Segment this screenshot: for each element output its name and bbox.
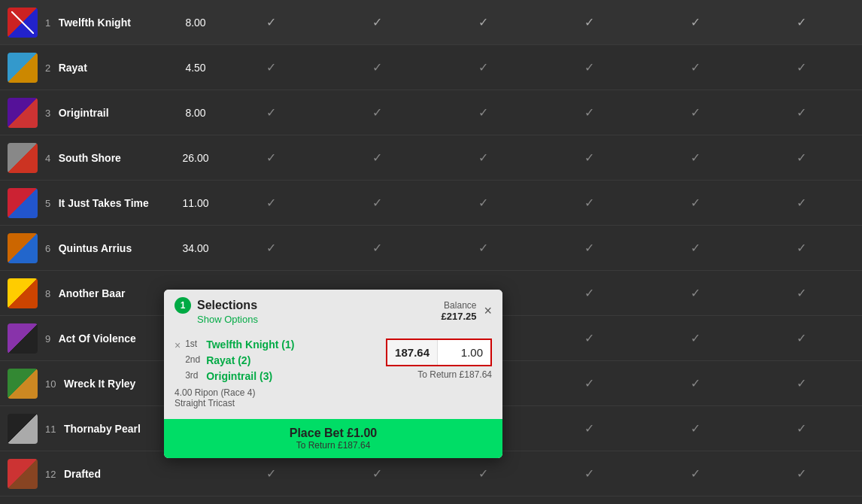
svg-line-0 <box>11 11 34 34</box>
horse-name: Origintrail <box>59 107 109 119</box>
check-cell[interactable]: ✓ <box>536 15 642 29</box>
check-cell[interactable]: ✓ <box>642 466 748 481</box>
horse-info: 4 South Shore <box>8 143 173 173</box>
check-cell[interactable]: ✓ <box>642 150 748 165</box>
check-cell[interactable]: ✓ <box>642 241 748 255</box>
check-cell[interactable]: ✓ <box>324 241 430 255</box>
check-cell[interactable]: ✓ <box>430 60 536 74</box>
check-cell[interactable]: ✓ <box>748 60 854 74</box>
horse-silks <box>8 459 38 489</box>
odds: 26.00 <box>173 152 218 164</box>
place-bet-button[interactable]: Place Bet £1.00 To Return £187.64 <box>164 419 502 458</box>
check-cell[interactable]: ✓ <box>748 466 854 481</box>
check-cell[interactable]: ✓ <box>430 196 536 210</box>
close-button[interactable]: × <box>484 303 492 319</box>
table-row[interactable]: 1 Twelfth Knight 8.00 ✓ ✓ ✓ ✓ ✓ ✓ <box>0 0 862 45</box>
selection-position: 1st <box>185 339 206 349</box>
check-cell[interactable]: ✓ <box>324 15 430 29</box>
check-cell[interactable]: ✓ <box>642 286 748 300</box>
check-cell[interactable]: ✓ <box>536 331 642 345</box>
selection-position: 3rd <box>185 370 206 381</box>
to-return-text: To Return £187.64 <box>417 369 492 380</box>
horse-info: 11 Thornaby Pearl <box>8 414 173 444</box>
check-cell[interactable]: ✓ <box>536 60 642 74</box>
check-cell[interactable]: ✓ <box>748 331 854 345</box>
odds: 34.00 <box>173 242 218 254</box>
horse-number: 11 <box>45 424 56 435</box>
betslip-header: 1 Selections Show Options Balance £217.2… <box>164 290 502 329</box>
check-cell[interactable]: ✓ <box>430 105 536 120</box>
check-cell[interactable]: ✓ <box>642 15 748 29</box>
odds: 8.00 <box>173 17 218 29</box>
check-cell[interactable]: ✓ <box>748 15 854 29</box>
check-cell[interactable]: ✓ <box>218 196 324 210</box>
horse-name: Drafted <box>64 468 101 480</box>
horse-silks <box>8 369 38 399</box>
check-cell[interactable]: ✓ <box>748 376 854 390</box>
check-cell[interactable]: ✓ <box>324 60 430 74</box>
check-cell[interactable]: ✓ <box>218 466 324 481</box>
check-cell[interactable]: ✓ <box>748 150 854 165</box>
check-cell[interactable]: ✓ <box>642 421 748 436</box>
check-cell[interactable]: ✓ <box>536 241 642 255</box>
bet-value-display: 187.64 <box>387 340 438 365</box>
stake-input-container: 187.64 <box>386 339 492 366</box>
horse-number: 6 <box>45 243 50 254</box>
stake-input[interactable] <box>438 340 490 365</box>
check-cell[interactable]: ✓ <box>430 466 536 481</box>
check-cell[interactable]: ✓ <box>748 241 854 255</box>
check-cell[interactable]: ✓ <box>748 105 854 120</box>
balance-label: Balance <box>441 300 476 311</box>
betslip-badge: 1 <box>175 297 191 314</box>
betslip-content: × 1st Twelfth Knight (1) × 2nd Rayat (2)… <box>164 329 502 419</box>
check-cell[interactable]: ✓ <box>642 196 748 210</box>
horse-number: 5 <box>45 198 50 209</box>
check-cell[interactable]: ✓ <box>324 150 430 165</box>
check-cell[interactable]: ✓ <box>430 15 536 29</box>
remove-selection-button[interactable]: × <box>175 339 181 351</box>
check-cell[interactable]: ✓ <box>642 331 748 345</box>
check-cell[interactable]: ✓ <box>748 421 854 436</box>
table-row[interactable]: 2 Rayat 4.50 ✓ ✓ ✓ ✓ ✓ ✓ <box>0 45 862 90</box>
horse-info: 12 Drafted <box>8 459 173 489</box>
check-cell[interactable]: ✓ <box>642 105 748 120</box>
place-bet-return: To Return £187.64 <box>171 440 495 451</box>
check-cell[interactable]: ✓ <box>218 60 324 74</box>
check-cell[interactable]: ✓ <box>748 286 854 300</box>
table-row[interactable]: 6 Quintus Arrius 34.00 ✓ ✓ ✓ ✓ ✓ ✓ <box>0 226 862 271</box>
check-cell[interactable]: ✓ <box>218 150 324 165</box>
check-cell[interactable]: ✓ <box>748 196 854 210</box>
horse-number: 12 <box>45 469 56 480</box>
check-cell[interactable]: ✓ <box>536 421 642 436</box>
check-cell[interactable]: ✓ <box>536 196 642 210</box>
check-cell[interactable]: ✓ <box>536 286 642 300</box>
table-row[interactable]: 12 Drafted ✓ ✓ ✓ ✓ ✓ ✓ <box>0 451 862 496</box>
table-row[interactable]: 5 It Just Takes Time 11.00 ✓ ✓ ✓ ✓ ✓ ✓ <box>0 181 862 226</box>
horse-number: 8 <box>45 288 50 299</box>
check-cell[interactable]: ✓ <box>536 376 642 390</box>
horse-name: Wreck It Ryley <box>64 378 135 390</box>
check-cell[interactable]: ✓ <box>536 105 642 120</box>
check-cell[interactable]: ✓ <box>430 241 536 255</box>
check-cell[interactable]: ✓ <box>218 15 324 29</box>
check-cell[interactable]: ✓ <box>430 150 536 165</box>
table-row[interactable]: 4 South Shore 26.00 ✓ ✓ ✓ ✓ ✓ ✓ <box>0 135 862 181</box>
check-cell[interactable]: ✓ <box>324 196 430 210</box>
check-cell[interactable]: ✓ <box>218 241 324 255</box>
check-cell[interactable]: ✓ <box>536 466 642 481</box>
table-row[interactable]: 3 Origintrail 8.00 ✓ ✓ ✓ ✓ ✓ ✓ <box>0 90 862 135</box>
check-cell[interactable]: ✓ <box>324 105 430 120</box>
check-cell[interactable]: ✓ <box>324 466 430 481</box>
check-cell[interactable]: ✓ <box>218 105 324 120</box>
balance-amount: £217.25 <box>441 311 476 322</box>
horse-name: South Shore <box>59 152 121 164</box>
check-cell[interactable]: ✓ <box>536 150 642 165</box>
check-cell[interactable]: ✓ <box>642 376 748 390</box>
selection-name: Twelfth Knight (1) <box>206 339 294 351</box>
show-options-link[interactable]: Show Options <box>197 314 258 325</box>
horse-name: It Just Takes Time <box>59 197 149 209</box>
horse-silks <box>8 414 38 444</box>
horse-info: 5 It Just Takes Time <box>8 188 173 218</box>
check-cell[interactable]: ✓ <box>642 60 748 74</box>
bet-type: Straight Tricast <box>175 398 357 408</box>
